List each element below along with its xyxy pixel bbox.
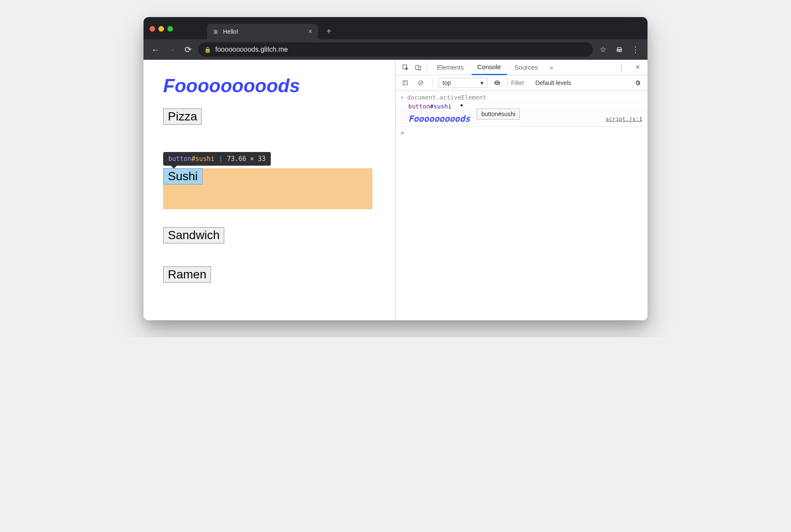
svg-rect-4 bbox=[419, 66, 421, 70]
tab-sources[interactable]: Sources bbox=[509, 60, 544, 75]
remove-expression-icon[interactable]: × bbox=[401, 94, 404, 100]
tooltip-id: #sushi bbox=[191, 155, 214, 163]
menu-icon[interactable]: ⋮ bbox=[630, 44, 642, 56]
url-text: fooooooooods.glitch.me bbox=[215, 46, 288, 53]
maximize-window-button[interactable] bbox=[167, 26, 173, 32]
food-button-sushi[interactable]: Sushi bbox=[163, 168, 202, 184]
svg-point-0 bbox=[617, 50, 619, 52]
tab-console[interactable]: Console bbox=[472, 60, 507, 75]
result-tag: button bbox=[408, 103, 430, 110]
console-sidebar-toggle-icon[interactable] bbox=[400, 77, 411, 88]
bookmark-star-icon[interactable]: ☆ bbox=[597, 44, 609, 56]
window-controls bbox=[149, 26, 207, 39]
inspect-tooltip: button#sushi | 73.66 × 33 bbox=[163, 152, 271, 166]
svg-point-7 bbox=[496, 82, 498, 84]
address-bar[interactable]: 🔒 fooooooooods.glitch.me bbox=[198, 42, 593, 57]
console-log-row: Fooooooooods script.js:1 bbox=[396, 111, 647, 127]
console-result-row[interactable]: button#sushi bbox=[396, 102, 647, 111]
log-levels[interactable]: Default levels bbox=[535, 79, 571, 86]
content-area: Fooooooooods Pizza button#sushi | 73.66 … bbox=[144, 60, 647, 320]
toolbar: ← → ⟳ 🔒 fooooooooods.glitch.me ☆ ⋮ bbox=[144, 39, 647, 60]
back-button[interactable]: ← bbox=[149, 44, 161, 56]
svg-point-1 bbox=[620, 50, 622, 52]
incognito-icon[interactable] bbox=[613, 44, 625, 56]
tooltip-tag: button bbox=[168, 155, 191, 163]
chevron-down-icon: ▾ bbox=[480, 79, 483, 86]
console-toolbar: top ▾ Default levels bbox=[396, 75, 647, 91]
inspect-element-icon[interactable] bbox=[400, 62, 411, 73]
close-tab-icon[interactable]: × bbox=[308, 28, 312, 35]
script-source-link[interactable]: script.js:1 bbox=[606, 116, 642, 122]
titlebar: 🗎 Hello! × + bbox=[144, 17, 647, 39]
tooltip-divider: | bbox=[219, 155, 223, 163]
svg-rect-5 bbox=[403, 81, 408, 85]
console-expression-row: × document.activeElement bbox=[396, 93, 647, 102]
forward-button[interactable]: → bbox=[166, 44, 178, 56]
food-button-sandwich[interactable]: Sandwich bbox=[163, 227, 224, 243]
food-button-pizza[interactable]: Pizza bbox=[163, 108, 202, 125]
browser-window: 🗎 Hello! × + ← → ⟳ 🔒 fooooooooods.glitch… bbox=[144, 17, 647, 320]
browser-tab[interactable]: 🗎 Hello! × bbox=[207, 24, 318, 39]
new-tab-button[interactable]: + bbox=[322, 25, 335, 38]
console-body: × document.activeElement button#sushi ✦ … bbox=[396, 91, 647, 320]
devtools-menu-icon[interactable]: ⋮ bbox=[616, 62, 627, 73]
lock-icon: 🔒 bbox=[204, 47, 211, 53]
close-window-button[interactable] bbox=[149, 26, 155, 32]
webpage: Fooooooooods Pizza button#sushi | 73.66 … bbox=[144, 60, 396, 320]
live-expression-icon[interactable] bbox=[492, 77, 503, 88]
context-selector[interactable]: top ▾ bbox=[439, 78, 487, 88]
clear-console-icon[interactable] bbox=[415, 77, 426, 88]
filter-input[interactable] bbox=[507, 78, 528, 88]
cursor-icon: ✦ bbox=[460, 101, 464, 109]
devtools-panel: Elements Console Sources » ⋮ × top ▾ bbox=[396, 60, 647, 320]
tab-title: Hello! bbox=[223, 28, 238, 35]
devtools-close-icon[interactable]: × bbox=[632, 62, 643, 73]
device-toolbar-icon[interactable] bbox=[413, 62, 424, 73]
more-tabs-icon[interactable]: » bbox=[546, 62, 557, 73]
page-heading: Fooooooooods bbox=[163, 75, 395, 96]
devtools-tabs: Elements Console Sources » ⋮ × bbox=[396, 60, 647, 75]
console-settings-icon[interactable] bbox=[632, 77, 643, 88]
expression-text: document.activeElement bbox=[407, 94, 486, 101]
console-prompt[interactable]: > bbox=[396, 127, 647, 139]
file-icon: 🗎 bbox=[213, 29, 219, 35]
minimize-window-button[interactable] bbox=[158, 26, 164, 32]
tooltip-dimensions: 73.66 × 33 bbox=[227, 155, 265, 163]
log-text: Fooooooooods bbox=[408, 114, 470, 124]
tab-elements[interactable]: Elements bbox=[431, 60, 470, 75]
reload-button[interactable]: ⟳ bbox=[182, 44, 194, 56]
result-id: #sushi bbox=[430, 103, 452, 110]
context-value: top bbox=[442, 79, 451, 86]
food-button-ramen[interactable]: Ramen bbox=[163, 266, 211, 283]
hover-tooltip: button#sushi bbox=[477, 108, 520, 120]
